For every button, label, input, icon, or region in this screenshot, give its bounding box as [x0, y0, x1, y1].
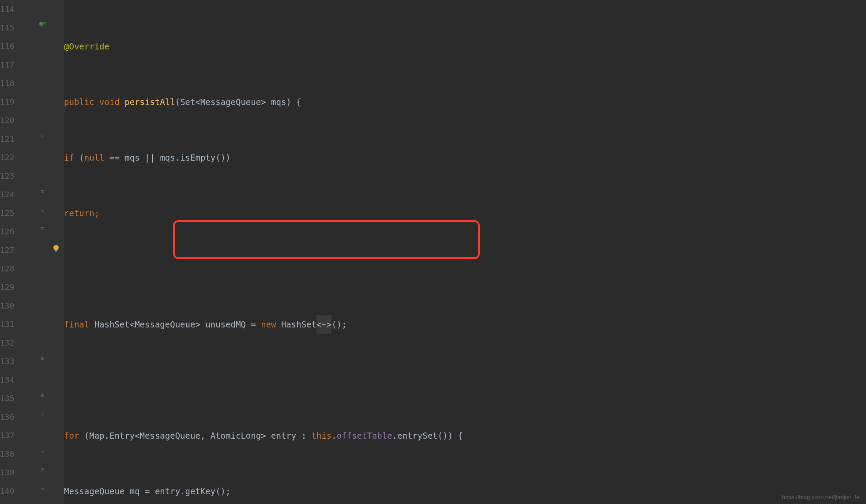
- line-number: 115: [0, 19, 30, 37]
- fold-icon[interactable]: ⊟: [41, 133, 44, 139]
- line-number: 137: [0, 426, 30, 445]
- code-line: MessageQueue mq = entry.getKey();: [64, 482, 866, 500]
- line-number: 127: [0, 241, 30, 260]
- line-number: 130: [0, 297, 30, 315]
- line-number: 133: [0, 352, 30, 371]
- code-editor[interactable]: 114 115 116 117 118 119 120 121 122 123 …: [0, 0, 866, 504]
- code-line: return;: [64, 204, 866, 222]
- line-number: 117: [0, 56, 30, 74]
- line-number: 121: [0, 130, 30, 148]
- line-number: 114: [0, 0, 30, 19]
- fold-icon[interactable]: ⊟: [41, 411, 44, 417]
- code-content[interactable]: @Override public void persistAll(Set<Mes…: [64, 0, 866, 504]
- fold-up-icon[interactable]: ⊟: [41, 466, 44, 473]
- fold-up-icon[interactable]: ⊟: [41, 485, 44, 491]
- line-number: 124: [0, 185, 30, 204]
- line-number: 138: [0, 445, 30, 463]
- code-line: [64, 371, 866, 389]
- watermark-text: https://blog.csdn.net/jianjun_fei: [782, 494, 861, 500]
- bulb-icon[interactable]: [52, 244, 60, 255]
- line-number: 129: [0, 278, 30, 297]
- line-number: 119: [0, 93, 30, 111]
- line-number: 128: [0, 260, 30, 278]
- code-line: final HashSet<MessageQueue> unusedMQ = n…: [64, 315, 866, 334]
- line-number: 132: [0, 334, 30, 352]
- code-line: public void persistAll(Set<MessageQueue>…: [64, 93, 866, 111]
- line-number: 116: [0, 37, 30, 56]
- line-number: 139: [0, 463, 30, 482]
- line-number: 136: [0, 408, 30, 426]
- fold-icon[interactable]: ⊟: [41, 226, 44, 232]
- code-line: if (null == mqs || mqs.isEmpty()): [64, 148, 866, 167]
- line-number: 122: [0, 148, 30, 167]
- line-number: 120: [0, 111, 30, 130]
- svg-rect-1: [55, 250, 57, 252]
- code-line: [64, 260, 866, 278]
- code-line: @Override: [64, 37, 866, 56]
- svg-point-0: [53, 245, 59, 250]
- line-number: 131: [0, 315, 30, 334]
- fold-up-icon[interactable]: ⊟: [41, 448, 44, 454]
- code-line: for (Map.Entry<MessageQueue, AtomicLong>…: [64, 426, 866, 445]
- fold-up-icon[interactable]: ⊟: [41, 392, 44, 399]
- fold-icon[interactable]: ⊟: [41, 188, 44, 195]
- line-number-gutter: 114 115 116 117 118 119 120 121 122 123 …: [0, 0, 38, 504]
- fold-icon[interactable]: ⊟: [41, 207, 44, 213]
- line-number: 134: [0, 371, 30, 389]
- line-number: 126: [0, 222, 30, 241]
- fold-icon[interactable]: ⊟: [41, 22, 44, 28]
- line-number: 135: [0, 389, 30, 408]
- annotation-highlight-box: [173, 220, 480, 259]
- line-number: 123: [0, 167, 30, 185]
- line-number: 118: [0, 74, 30, 93]
- line-number: 125: [0, 204, 30, 222]
- gutter-icons: ◉↑ ⊟ ⊟ ⊟ ⊟ ⊟ ⊟ ⊟ ⊟ ⊟ ⊟ ⊟: [38, 0, 64, 504]
- line-number: 140: [0, 482, 30, 500]
- fold-icon[interactable]: ⊟: [41, 355, 44, 361]
